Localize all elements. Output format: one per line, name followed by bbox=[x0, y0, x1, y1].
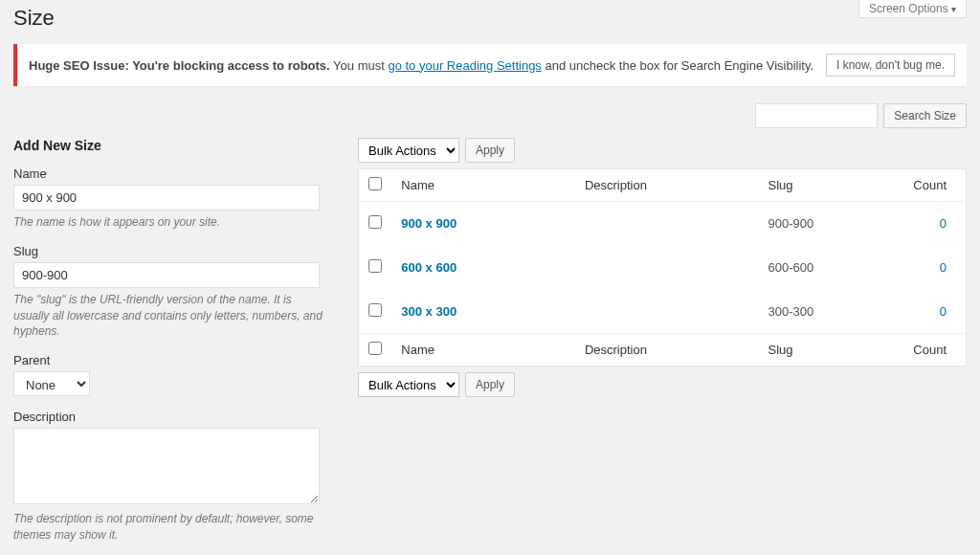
slug-label: Slug bbox=[13, 244, 339, 258]
dismiss-notice-button[interactable]: I know, don't bug me. bbox=[826, 54, 955, 77]
row-count-link[interactable]: 0 bbox=[940, 304, 947, 319]
row-checkbox[interactable] bbox=[368, 303, 382, 317]
search-button[interactable]: Search Size bbox=[883, 103, 967, 128]
apply-bottom-button[interactable]: Apply bbox=[465, 372, 515, 397]
row-checkbox[interactable] bbox=[368, 259, 382, 273]
name-label: Name bbox=[13, 166, 339, 181]
row-slug: 900-900 bbox=[758, 202, 902, 246]
bulk-actions-bottom[interactable]: Bulk Actions bbox=[358, 372, 459, 397]
parent-select[interactable]: None bbox=[13, 371, 90, 396]
slug-desc: The "slug" is the URL-friendly version o… bbox=[13, 292, 329, 340]
name-field[interactable] bbox=[13, 185, 320, 211]
select-all-top[interactable] bbox=[368, 177, 382, 190]
page-title: Size bbox=[13, 0, 55, 40]
col-slug-footer[interactable]: Slug bbox=[758, 334, 902, 366]
col-count-header[interactable]: Count bbox=[903, 169, 967, 202]
table-row: 600 x 600 600-600 0 bbox=[359, 246, 967, 290]
table-row: 900 x 900 900-900 0 bbox=[359, 202, 967, 246]
search-input[interactable] bbox=[755, 103, 878, 128]
name-desc: The name is how it appears on your site. bbox=[13, 214, 329, 231]
notice-text: Huge SEO Issue: You're blocking access t… bbox=[29, 58, 813, 73]
add-new-heading: Add New Size bbox=[13, 138, 339, 153]
seo-notice: Huge SEO Issue: You're blocking access t… bbox=[13, 44, 967, 86]
reading-settings-link[interactable]: go to your Reading Settings bbox=[388, 58, 541, 73]
row-description bbox=[575, 202, 759, 246]
apply-top-button[interactable]: Apply bbox=[465, 138, 515, 163]
col-description-header[interactable]: Description bbox=[575, 169, 759, 202]
row-name-link[interactable]: 300 x 300 bbox=[401, 304, 457, 319]
description-desc: The description is not prominent by defa… bbox=[13, 511, 329, 544]
notice-before-link: You must bbox=[330, 58, 389, 73]
col-description-footer[interactable]: Description bbox=[575, 334, 759, 366]
col-name-header[interactable]: Name bbox=[391, 169, 575, 202]
notice-strong: Huge SEO Issue: You're blocking access t… bbox=[29, 58, 330, 73]
description-field[interactable] bbox=[13, 428, 320, 504]
col-name-footer[interactable]: Name bbox=[391, 334, 575, 366]
bulk-actions-top[interactable]: Bulk Actions bbox=[358, 138, 459, 163]
parent-label: Parent bbox=[13, 353, 339, 367]
row-count-link[interactable]: 0 bbox=[940, 216, 947, 231]
col-count-footer[interactable]: Count bbox=[903, 334, 967, 366]
description-label: Description bbox=[13, 410, 339, 424]
screen-options-label: Screen Options bbox=[869, 2, 948, 15]
table-row: 300 x 300 300-300 0 bbox=[359, 290, 967, 334]
row-name-link[interactable]: 600 x 600 bbox=[401, 260, 457, 275]
notice-after-link: and uncheck the box for Search Engine Vi… bbox=[542, 58, 813, 73]
row-checkbox[interactable] bbox=[368, 215, 382, 229]
col-slug-header[interactable]: Slug bbox=[758, 169, 902, 202]
select-all-bottom[interactable] bbox=[368, 342, 382, 355]
row-description bbox=[575, 290, 759, 334]
row-name-link[interactable]: 900 x 900 bbox=[401, 216, 457, 231]
row-slug: 300-300 bbox=[758, 290, 902, 334]
size-table: Name Description Slug Count 900 x 900 90… bbox=[358, 168, 967, 366]
row-count-link[interactable]: 0 bbox=[940, 260, 947, 275]
row-description bbox=[575, 246, 759, 290]
row-slug: 600-600 bbox=[758, 246, 902, 290]
slug-field[interactable] bbox=[13, 262, 320, 288]
screen-options-button[interactable]: Screen Options bbox=[858, 0, 967, 18]
